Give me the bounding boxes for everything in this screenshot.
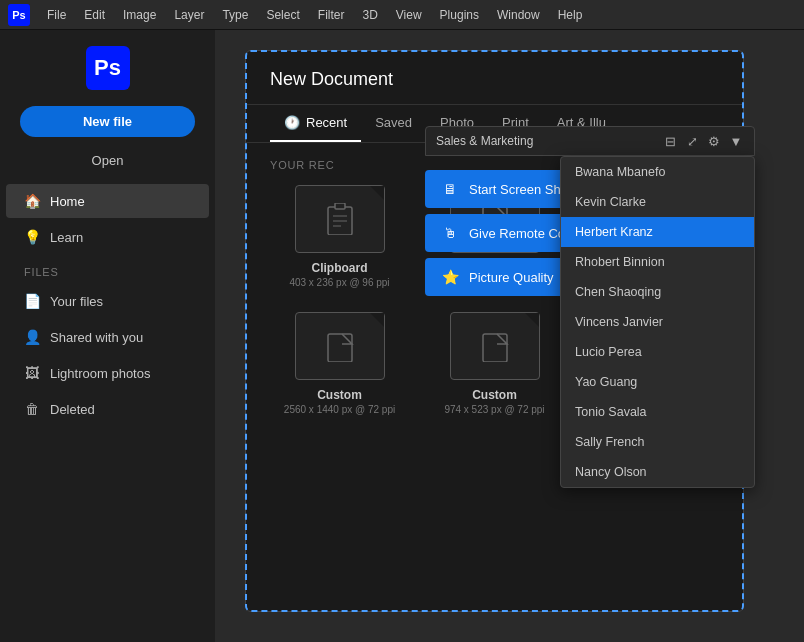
picture-quality-label: Picture Quality xyxy=(469,270,554,285)
menu-3d[interactable]: 3D xyxy=(355,6,384,24)
dropdown-item-herbert[interactable]: Herbert Kranz xyxy=(561,217,754,247)
sidebar-ps-logo: Ps xyxy=(86,46,130,90)
deleted-icon: 🗑 xyxy=(24,401,40,417)
sidebar-item-shared-with-you[interactable]: 👤 Shared with you xyxy=(6,320,209,354)
tab-recent[interactable]: 🕐 Recent xyxy=(270,105,361,142)
dropdown-item-lucio[interactable]: Lucio Perea xyxy=(561,337,754,367)
your-files-icon: 📄 xyxy=(24,293,40,309)
learn-icon: 💡 xyxy=(24,229,40,245)
dropdown-item-vincens[interactable]: Vincens Janvier xyxy=(561,307,754,337)
sidebar-item-home-label: Home xyxy=(50,194,85,209)
list-item[interactable]: Custom 2560 x 1440 px @ 72 ppi xyxy=(270,312,409,415)
modal-title: New Document xyxy=(246,51,743,105)
sidebar: Ps New file Open 🏠 Home 💡 Learn FILES 📄 … xyxy=(0,30,215,642)
dropdown-item-yao[interactable]: Yao Guang xyxy=(561,367,754,397)
home-icon: 🏠 xyxy=(24,193,40,209)
dropdown-item-rhobert[interactable]: Rhobert Binnion xyxy=(561,247,754,277)
share-panel-header: Sales & Marketing ⊟ ⤢ ⚙ ▼ xyxy=(425,126,755,156)
recent-clock-icon: 🕐 xyxy=(284,115,300,130)
content-area: New Document 🕐 Recent Saved Photo Print … xyxy=(215,30,804,642)
share-panel-title: Sales & Marketing xyxy=(436,134,656,148)
new-file-button[interactable]: New file xyxy=(20,106,195,137)
sidebar-item-deleted[interactable]: 🗑 Deleted xyxy=(6,392,209,426)
menu-plugins[interactable]: Plugins xyxy=(433,6,486,24)
expand-icon[interactable]: ⤢ xyxy=(684,133,700,149)
menu-help[interactable]: Help xyxy=(551,6,590,24)
screen-sharing-icon: 🖥 xyxy=(441,180,459,198)
menu-layer[interactable]: Layer xyxy=(167,6,211,24)
sidebar-item-learn[interactable]: 💡 Learn xyxy=(6,220,209,254)
menu-filter[interactable]: Filter xyxy=(311,6,352,24)
thumb-size: 2560 x 1440 px @ 72 ppi xyxy=(284,404,395,415)
minimize-icon[interactable]: ⊟ xyxy=(662,133,678,149)
tab-saved[interactable]: Saved xyxy=(361,105,426,142)
sidebar-item-your-files[interactable]: 📄 Your files xyxy=(6,284,209,318)
thumb-size: 974 x 523 px @ 72 ppi xyxy=(444,404,544,415)
menu-window[interactable]: Window xyxy=(490,6,547,24)
lightroom-icon: 🖼 xyxy=(24,365,40,381)
share-panel-controls: ⊟ ⤢ ⚙ ▼ xyxy=(662,133,744,149)
sidebar-item-home[interactable]: 🏠 Home xyxy=(6,184,209,218)
app-logo: Ps xyxy=(8,4,30,26)
open-button[interactable]: Open xyxy=(20,153,195,168)
dropdown-item-sally[interactable]: Sally French xyxy=(561,427,754,457)
picture-quality-icon: ⭐ xyxy=(441,268,459,286)
sidebar-item-lightroom-label: Lightroom photos xyxy=(50,366,150,381)
dropdown-item-tonio[interactable]: Tonio Savala xyxy=(561,397,754,427)
thumb-name: Custom xyxy=(472,388,517,402)
share-panel: Sales & Marketing ⊟ ⤢ ⚙ ▼ 🖥 Start Screen… xyxy=(425,126,755,306)
share-content: 🖥 Start Screen Sharing 🖱 Give Remote Con… xyxy=(425,156,755,306)
thumb-clipboard xyxy=(295,185,385,253)
thumb-name: Clipboard xyxy=(312,261,368,275)
thumb-size: 403 x 236 px @ 96 ppi xyxy=(289,277,389,288)
dropdown-item-chen[interactable]: Chen Shaoqing xyxy=(561,277,754,307)
participant-dropdown[interactable]: Bwana Mbanefo Kevin Clarke Herbert Kranz… xyxy=(560,156,755,488)
tab-saved-label: Saved xyxy=(375,115,412,130)
list-item[interactable]: Clipboard 403 x 236 px @ 96 ppi xyxy=(270,185,409,288)
files-nav: 📄 Your files 👤 Shared with you 🖼 Lightro… xyxy=(0,284,215,426)
sidebar-item-lightroom-photos[interactable]: 🖼 Lightroom photos xyxy=(6,356,209,390)
svg-rect-8 xyxy=(483,334,507,362)
shared-icon: 👤 xyxy=(24,329,40,345)
menu-file[interactable]: File xyxy=(40,6,73,24)
dropdown-item-kevin[interactable]: Kevin Clarke xyxy=(561,187,754,217)
dropdown-item-nancy[interactable]: Nancy Olson xyxy=(561,457,754,487)
remote-control-icon: 🖱 xyxy=(441,224,459,242)
sidebar-item-deleted-label: Deleted xyxy=(50,402,95,417)
thumb-custom-4 xyxy=(450,312,540,380)
menu-edit[interactable]: Edit xyxy=(77,6,112,24)
menu-image[interactable]: Image xyxy=(116,6,163,24)
main-layout: Ps New file Open 🏠 Home 💡 Learn FILES 📄 … xyxy=(0,30,804,642)
chevron-down-icon[interactable]: ▼ xyxy=(728,133,744,149)
tab-recent-label: Recent xyxy=(306,115,347,130)
svg-rect-1 xyxy=(335,203,345,209)
sidebar-nav: 🏠 Home 💡 Learn xyxy=(0,184,215,254)
menu-view[interactable]: View xyxy=(389,6,429,24)
sidebar-item-learn-label: Learn xyxy=(50,230,83,245)
menu-select[interactable]: Select xyxy=(259,6,306,24)
svg-rect-7 xyxy=(328,334,352,362)
menu-bar: Ps File Edit Image Layer Type Select Fil… xyxy=(0,0,804,30)
files-section-label: FILES xyxy=(0,254,215,284)
menu-type[interactable]: Type xyxy=(215,6,255,24)
thumb-name: Custom xyxy=(317,388,362,402)
sidebar-item-shared-label: Shared with you xyxy=(50,330,143,345)
settings-icon[interactable]: ⚙ xyxy=(706,133,722,149)
sidebar-item-your-files-label: Your files xyxy=(50,294,103,309)
dropdown-item-bwana[interactable]: Bwana Mbanefo xyxy=(561,157,754,187)
list-item[interactable]: Custom 974 x 523 px @ 72 ppi xyxy=(425,312,564,415)
thumb-custom-3 xyxy=(295,312,385,380)
